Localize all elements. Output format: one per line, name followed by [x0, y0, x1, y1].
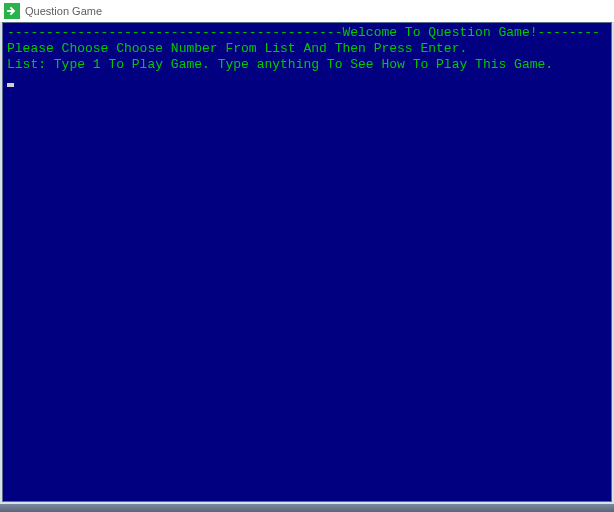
console-line-welcome: ----------------------------------------… — [7, 25, 600, 40]
app-arrow-icon — [4, 3, 20, 19]
taskbar-edge — [0, 504, 614, 512]
text-cursor — [7, 83, 14, 87]
window-title: Question Game — [25, 5, 102, 17]
console-line-prompt: Please Choose Choose Number From List An… — [7, 41, 467, 56]
console-line-list: List: Type 1 To Play Game. Type anything… — [7, 57, 553, 72]
title-bar: Question Game — [0, 0, 614, 22]
console-area[interactable]: ----------------------------------------… — [2, 22, 612, 502]
